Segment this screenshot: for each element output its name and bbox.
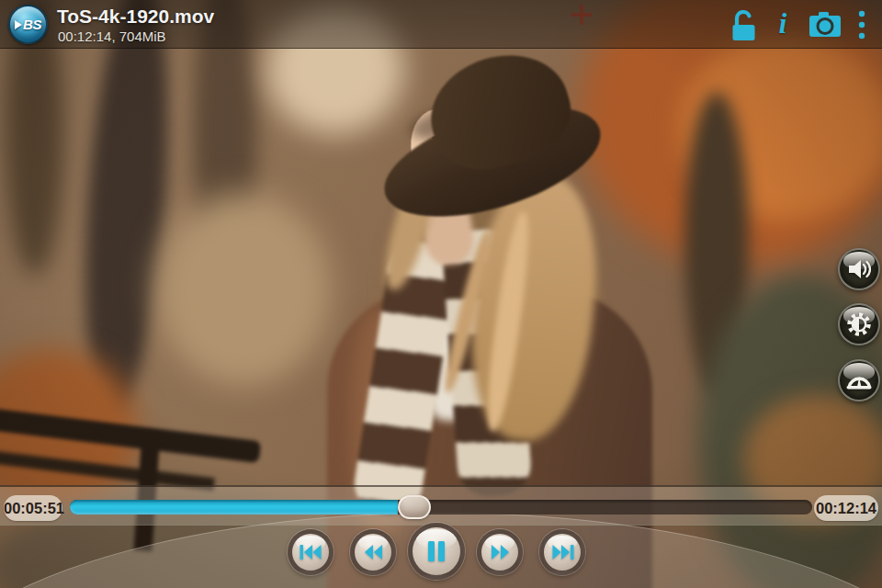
elapsed-time: 00:05:51	[4, 495, 62, 521]
speaker-icon	[847, 258, 871, 280]
rewind-button[interactable]	[350, 529, 396, 575]
seek-strip: 00:05:51 00:12:14	[0, 485, 882, 526]
next-button[interactable]	[539, 529, 585, 575]
fast-forward-icon	[490, 544, 511, 560]
gear-brightness-icon	[846, 311, 872, 337]
volume-button[interactable]	[838, 248, 880, 290]
top-bar: BS ToS-4k-1920.mov 00:12:14, 704MiB i	[0, 0, 882, 49]
camera-icon	[808, 11, 842, 39]
fast-forward-button[interactable]	[477, 529, 523, 575]
seek-track[interactable]	[70, 500, 812, 514]
bsplayer-logo-label: BS	[15, 17, 41, 32]
duration-time: 00:12:14	[814, 495, 878, 521]
previous-button[interactable]	[288, 529, 334, 575]
info-button[interactable]: i	[766, 0, 799, 49]
screenshot-button[interactable]	[803, 0, 847, 49]
skip-previous-icon	[300, 544, 322, 560]
media-title: ToS-4k-1920.mov	[57, 6, 214, 28]
display-settings-button[interactable]	[838, 303, 880, 345]
playback-speed-button[interactable]	[838, 359, 880, 401]
info-icon: i	[779, 8, 787, 38]
play-glyph-icon	[15, 20, 22, 29]
rewind-icon	[363, 544, 384, 560]
overflow-menu-button[interactable]	[851, 0, 873, 49]
unlock-button[interactable]	[724, 0, 763, 49]
skip-next-icon	[551, 544, 574, 560]
gauge-icon	[845, 370, 873, 390]
media-subtitle: 00:12:14, 704MiB	[58, 28, 166, 44]
seek-fill	[70, 500, 398, 514]
pause-button[interactable]	[408, 523, 465, 580]
logo-text: BS	[23, 17, 41, 32]
overflow-menu-icon	[858, 10, 865, 40]
bsplayer-logo: BS	[8, 5, 48, 44]
pause-icon	[427, 540, 446, 562]
lock-open-icon	[731, 7, 756, 42]
seek-thumb[interactable]	[398, 495, 431, 519]
video-player-window: BS ToS-4k-1920.mov 00:12:14, 704MiB i	[0, 0, 882, 588]
